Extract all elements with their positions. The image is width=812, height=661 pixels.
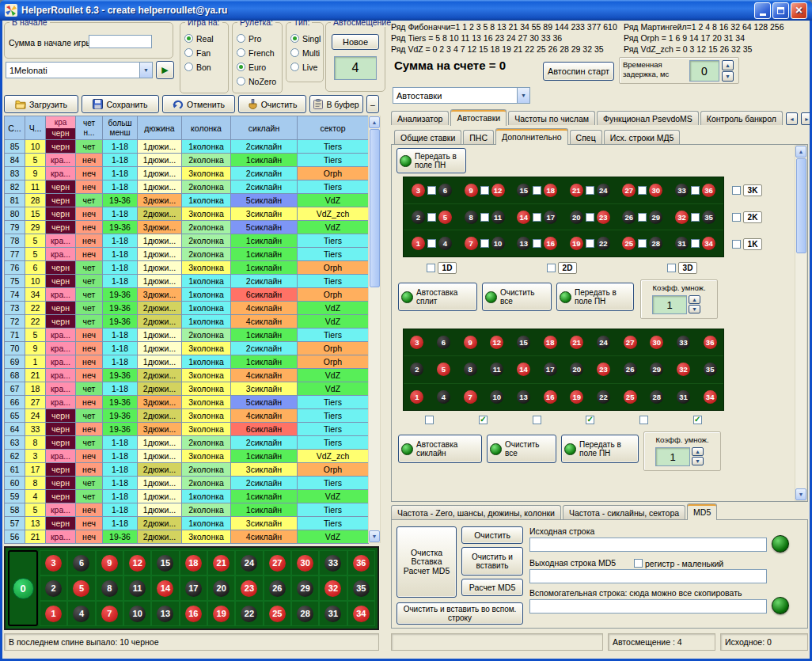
main-tab-4[interactable]: Контроль банкрол <box>700 111 783 125</box>
table-scrollbar-track[interactable] <box>369 128 380 530</box>
split-checkbox[interactable] <box>533 213 541 222</box>
bet-number-15[interactable]: 15 <box>517 184 530 197</box>
bet-number-23[interactable]: 23 <box>597 363 610 376</box>
split-checkbox[interactable] <box>638 213 647 222</box>
roulette-number-14[interactable]: 14 <box>157 580 173 597</box>
bet-number-36[interactable]: 36 <box>702 184 715 197</box>
roulette-cell[interactable]: 24 <box>235 550 263 576</box>
table-row[interactable]: 775кра...неч1-181дюжи...2колонка1сиклайн… <box>5 248 368 261</box>
roulette-number-16[interactable]: 16 <box>185 606 202 622</box>
checkbox-icon[interactable] <box>732 240 741 249</box>
split-checkbox[interactable] <box>427 213 436 222</box>
type-radio-live[interactable]: Live <box>290 61 321 73</box>
bet-number-15[interactable]: 15 <box>517 336 530 349</box>
content-scrollbar[interactable]: ▲ ▼ <box>795 145 807 501</box>
roulette-number-5[interactable]: 5 <box>73 580 89 597</box>
bet-number-20[interactable]: 20 <box>570 211 583 224</box>
table-row[interactable]: 594чернчет1-181дюжи...1колонка1сиклайнVd… <box>5 490 368 503</box>
source-action-button[interactable] <box>772 535 789 553</box>
spin-down-icon[interactable]: ▼ <box>692 457 704 465</box>
bet-number-35[interactable]: 35 <box>702 211 715 224</box>
checkbox-icon[interactable] <box>634 559 643 568</box>
roulette-number-35[interactable]: 35 <box>353 580 370 597</box>
d-check-3d[interactable]: 3D <box>667 262 697 274</box>
bet-number-33[interactable]: 33 <box>677 336 690 349</box>
bet-number-12[interactable]: 12 <box>491 184 505 197</box>
bet-number-33[interactable]: 33 <box>675 184 689 197</box>
split-checkbox[interactable] <box>480 186 489 195</box>
roulette-cell[interactable]: 7 <box>96 601 123 626</box>
new-button[interactable]: Новое <box>332 34 379 50</box>
bet-number-14[interactable]: 14 <box>517 363 530 376</box>
sixline-checkbox-2[interactable]: ✓ <box>479 416 488 424</box>
bet-number-29[interactable]: 29 <box>649 211 662 224</box>
bet-number-24[interactable]: 24 <box>597 184 610 197</box>
roulette-cell[interactable]: 31 <box>319 601 347 626</box>
roulette-cell[interactable]: 4 <box>67 601 95 626</box>
bet-number-9[interactable]: 9 <box>464 336 477 349</box>
roulette-cell[interactable]: 13 <box>151 601 179 626</box>
md5-calc-button[interactable]: Расчет MD5 <box>461 579 523 596</box>
main-tab-3[interactable]: Функционал PsevdoMS <box>597 111 699 125</box>
roulette-number-15[interactable]: 15 <box>157 555 173 572</box>
delay-spinner[interactable]: ▲ ▼ <box>722 60 734 82</box>
sub-tab-3[interactable]: Спец <box>570 130 602 144</box>
clear-all-sixline-button[interactable]: Очистить все <box>487 435 556 463</box>
toolbar-clear-button[interactable]: Очистить <box>238 95 306 113</box>
split-checkbox[interactable] <box>533 239 541 248</box>
bet-number-26[interactable]: 26 <box>624 363 637 376</box>
split-checkbox[interactable] <box>691 239 700 248</box>
scroll-up-icon[interactable]: ▲ <box>369 116 380 128</box>
bet-number-32[interactable]: 32 <box>677 363 690 376</box>
k-check-1k[interactable]: 1K <box>732 238 762 250</box>
spin-down-icon[interactable]: ▼ <box>722 71 734 82</box>
table-row[interactable]: 8211черннеч1-181дюжи...2колонка2сиклайнT… <box>5 180 368 194</box>
split-checkbox[interactable] <box>586 239 594 248</box>
column-header[interactable]: сиклайн <box>231 116 298 140</box>
spin-up-icon[interactable]: ▲ <box>689 295 700 304</box>
bet-number-8[interactable]: 8 <box>464 363 477 376</box>
roulette-number-28[interactable]: 28 <box>297 606 313 622</box>
bet-number-13[interactable]: 13 <box>517 237 530 250</box>
sub-tab-0[interactable]: Общие ставки <box>394 130 461 144</box>
roulette-cell[interactable]: 16 <box>180 601 207 626</box>
roulette-cell[interactable]: 9 <box>96 550 123 576</box>
toolbar-save-button[interactable]: Сохранить <box>82 95 159 113</box>
split-checkbox[interactable] <box>691 213 700 222</box>
sixline-checkbox-1[interactable] <box>425 416 434 424</box>
bet-number-13[interactable]: 13 <box>517 390 530 404</box>
sixline-checkbox-3[interactable] <box>533 416 541 424</box>
sub-tab-4[interactable]: Исх. строки МД5 <box>604 130 681 144</box>
chevron-down-icon[interactable]: ▼ <box>139 63 152 78</box>
roulette-number-1[interactable]: 1 <box>45 606 62 622</box>
roulette-number-31[interactable]: 31 <box>324 606 341 622</box>
bet-number-20[interactable]: 20 <box>570 363 583 376</box>
roulette-cell[interactable]: 26 <box>264 576 291 601</box>
bet-number-25[interactable]: 25 <box>622 237 636 250</box>
start-sum-input[interactable] <box>89 35 152 48</box>
checkbox-icon[interactable] <box>667 264 676 272</box>
bet-number-30[interactable]: 30 <box>649 184 662 197</box>
roulette-number-17[interactable]: 17 <box>185 580 202 597</box>
column-header[interactable]: большменш <box>103 116 138 140</box>
split-checkbox[interactable] <box>638 239 647 248</box>
game-radio-bon[interactable]: Bon <box>184 61 226 73</box>
transfer-to-pn-split-button[interactable]: Передать в поле ПН <box>556 283 634 311</box>
register-checkbox[interactable]: регистр - маленький <box>634 557 723 569</box>
sub-tab-2[interactable]: Дополнительно <box>495 128 568 145</box>
tab-scroll-right-button[interactable]: ► <box>801 112 810 125</box>
bet-number-21[interactable]: 21 <box>570 184 583 197</box>
toolbar-load-button[interactable]: Загрузить <box>4 95 78 113</box>
column-header[interactable]: сектор <box>298 116 369 140</box>
roulette-number-11[interactable]: 11 <box>129 580 146 597</box>
roulette-number-30[interactable]: 30 <box>297 555 313 572</box>
scroll-down-icon[interactable]: ▼ <box>795 488 806 500</box>
bet-number-12[interactable]: 12 <box>490 336 503 349</box>
roulette-cell[interactable]: 23 <box>235 576 263 601</box>
roulette-cell[interactable]: 27 <box>264 550 291 576</box>
scroll-down-icon[interactable]: ▼ <box>369 530 380 542</box>
bet-number-28[interactable]: 28 <box>649 237 662 250</box>
md5-clear-button[interactable]: Очистить <box>461 526 523 544</box>
table-row[interactable]: 766чернчет1-181дюжи...3колонка1сиклайнOr… <box>5 261 368 275</box>
content-scrollbar-track[interactable] <box>795 158 806 488</box>
